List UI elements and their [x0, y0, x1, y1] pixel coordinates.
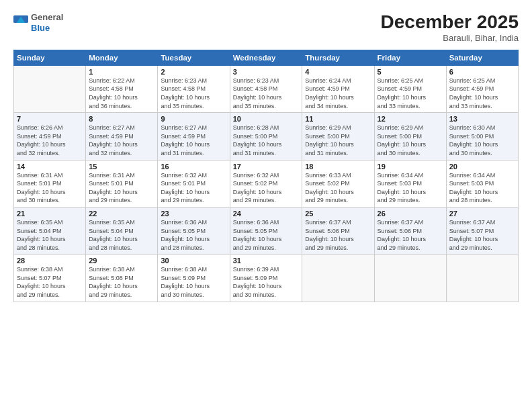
day-info: Sunrise: 6:37 AMSunset: 5:06 PMDaylight:… — [378, 218, 443, 252]
day-number: 7 — [17, 115, 83, 123]
day-info: Sunrise: 6:34 AMSunset: 5:03 PMDaylight:… — [378, 171, 443, 205]
col-monday: Monday — [86, 50, 158, 65]
day-number: 25 — [305, 210, 371, 218]
table-row: 21Sunrise: 6:35 AMSunset: 5:04 PMDayligh… — [14, 207, 86, 254]
day-number: 5 — [378, 68, 443, 76]
day-number: 4 — [305, 68, 371, 76]
day-number: 3 — [233, 68, 300, 76]
table-row: 11Sunrise: 6:29 AMSunset: 5:00 PMDayligh… — [302, 113, 374, 160]
table-row: 18Sunrise: 6:33 AMSunset: 5:02 PMDayligh… — [302, 160, 374, 207]
logo-general-text: General — [31, 12, 63, 23]
calendar-week-row: 14Sunrise: 6:31 AMSunset: 5:01 PMDayligh… — [14, 160, 519, 207]
day-info: Sunrise: 6:27 AMSunset: 4:59 PMDaylight:… — [89, 124, 154, 157]
day-info: Sunrise: 6:25 AMSunset: 4:59 PMDaylight:… — [378, 77, 443, 110]
table-row: 4Sunrise: 6:24 AMSunset: 4:59 PMDaylight… — [302, 65, 374, 112]
header: General Blue December 2025 Barauli, Biha… — [13, 12, 519, 43]
day-info: Sunrise: 6:36 AMSunset: 5:05 PMDaylight:… — [161, 218, 226, 252]
day-number: 23 — [161, 210, 226, 218]
day-number: 6 — [449, 68, 515, 76]
day-number: 11 — [305, 115, 371, 123]
day-number: 13 — [449, 115, 515, 123]
calendar-week-row: 21Sunrise: 6:35 AMSunset: 5:04 PMDayligh… — [14, 207, 519, 254]
day-info: Sunrise: 6:39 AMSunset: 5:09 PMDaylight:… — [233, 265, 300, 299]
table-row: 23Sunrise: 6:36 AMSunset: 5:05 PMDayligh… — [158, 207, 230, 254]
table-row: 8Sunrise: 6:27 AMSunset: 4:59 PMDaylight… — [86, 113, 158, 160]
day-info: Sunrise: 6:36 AMSunset: 5:05 PMDaylight:… — [233, 218, 300, 252]
day-info: Sunrise: 6:38 AMSunset: 5:07 PMDaylight:… — [17, 265, 83, 299]
day-info: Sunrise: 6:38 AMSunset: 5:08 PMDaylight:… — [89, 265, 154, 299]
day-info: Sunrise: 6:27 AMSunset: 4:59 PMDaylight:… — [161, 124, 226, 157]
day-number: 27 — [449, 210, 515, 218]
day-info: Sunrise: 6:23 AMSunset: 4:58 PMDaylight:… — [161, 77, 226, 110]
day-info: Sunrise: 6:32 AMSunset: 5:02 PMDaylight:… — [233, 171, 300, 205]
table-row: 30Sunrise: 6:38 AMSunset: 5:09 PMDayligh… — [158, 255, 230, 302]
subtitle: Barauli, Bihar, India — [381, 33, 519, 43]
table-row: 20Sunrise: 6:34 AMSunset: 5:03 PMDayligh… — [446, 160, 518, 207]
day-number: 20 — [449, 163, 515, 171]
table-row: 27Sunrise: 6:37 AMSunset: 5:07 PMDayligh… — [446, 207, 518, 254]
logo-blue-text: Blue — [31, 23, 63, 34]
table-row — [374, 255, 446, 302]
table-row — [14, 65, 86, 112]
table-row: 10Sunrise: 6:28 AMSunset: 5:00 PMDayligh… — [230, 113, 302, 160]
month-title: December 2025 — [381, 12, 519, 33]
table-row: 12Sunrise: 6:29 AMSunset: 5:00 PMDayligh… — [374, 113, 446, 160]
day-info: Sunrise: 6:29 AMSunset: 5:00 PMDaylight:… — [378, 124, 443, 157]
day-info: Sunrise: 6:30 AMSunset: 5:00 PMDaylight:… — [449, 124, 515, 157]
table-row: 6Sunrise: 6:25 AMSunset: 4:59 PMDaylight… — [446, 65, 518, 112]
day-number: 10 — [233, 115, 300, 123]
table-row: 9Sunrise: 6:27 AMSunset: 4:59 PMDaylight… — [158, 113, 230, 160]
day-info: Sunrise: 6:29 AMSunset: 5:00 PMDaylight:… — [305, 124, 371, 157]
table-row: 31Sunrise: 6:39 AMSunset: 5:09 PMDayligh… — [230, 255, 302, 302]
table-row: 2Sunrise: 6:23 AMSunset: 4:58 PMDaylight… — [158, 65, 230, 112]
col-friday: Friday — [374, 50, 446, 65]
day-number: 28 — [17, 257, 83, 265]
svg-rect-1 — [13, 23, 28, 30]
table-row: 26Sunrise: 6:37 AMSunset: 5:06 PMDayligh… — [374, 207, 446, 254]
day-info: Sunrise: 6:25 AMSunset: 4:59 PMDaylight:… — [449, 77, 515, 110]
day-number: 22 — [89, 210, 154, 218]
day-info: Sunrise: 6:34 AMSunset: 5:03 PMDaylight:… — [449, 171, 515, 205]
day-info: Sunrise: 6:31 AMSunset: 5:01 PMDaylight:… — [89, 171, 154, 205]
day-info: Sunrise: 6:37 AMSunset: 5:06 PMDaylight:… — [305, 218, 371, 252]
table-row: 16Sunrise: 6:32 AMSunset: 5:01 PMDayligh… — [158, 160, 230, 207]
day-number: 26 — [378, 210, 443, 218]
day-info: Sunrise: 6:33 AMSunset: 5:02 PMDaylight:… — [305, 171, 371, 205]
table-row: 17Sunrise: 6:32 AMSunset: 5:02 PMDayligh… — [230, 160, 302, 207]
day-info: Sunrise: 6:31 AMSunset: 5:01 PMDaylight:… — [17, 171, 83, 205]
calendar: Sunday Monday Tuesday Wednesday Thursday… — [13, 50, 519, 302]
day-info: Sunrise: 6:32 AMSunset: 5:01 PMDaylight:… — [161, 171, 226, 205]
day-number: 19 — [378, 163, 443, 171]
day-number: 17 — [233, 163, 300, 171]
col-thursday: Thursday — [302, 50, 374, 65]
day-number: 9 — [161, 115, 226, 123]
calendar-week-row: 1Sunrise: 6:22 AMSunset: 4:58 PMDaylight… — [14, 65, 519, 112]
table-row: 1Sunrise: 6:22 AMSunset: 4:58 PMDaylight… — [86, 65, 158, 112]
col-sunday: Sunday — [14, 50, 86, 65]
day-info: Sunrise: 6:28 AMSunset: 5:00 PMDaylight:… — [233, 124, 300, 157]
day-info: Sunrise: 6:26 AMSunset: 4:59 PMDaylight:… — [17, 124, 83, 157]
logo: General Blue — [13, 12, 63, 33]
title-area: December 2025 Barauli, Bihar, India — [381, 12, 519, 43]
day-info: Sunrise: 6:23 AMSunset: 4:58 PMDaylight:… — [233, 77, 300, 110]
day-info: Sunrise: 6:24 AMSunset: 4:59 PMDaylight:… — [305, 77, 371, 110]
day-number: 18 — [305, 163, 371, 171]
table-row: 14Sunrise: 6:31 AMSunset: 5:01 PMDayligh… — [14, 160, 86, 207]
day-number: 14 — [17, 163, 83, 171]
table-row: 5Sunrise: 6:25 AMSunset: 4:59 PMDaylight… — [374, 65, 446, 112]
day-info: Sunrise: 6:38 AMSunset: 5:09 PMDaylight:… — [161, 265, 226, 299]
day-number: 12 — [378, 115, 443, 123]
day-info: Sunrise: 6:35 AMSunset: 5:04 PMDaylight:… — [17, 218, 83, 252]
table-row — [302, 255, 374, 302]
day-number: 30 — [161, 257, 226, 265]
col-wednesday: Wednesday — [230, 50, 302, 65]
table-row: 29Sunrise: 6:38 AMSunset: 5:08 PMDayligh… — [86, 255, 158, 302]
calendar-header-row: Sunday Monday Tuesday Wednesday Thursday… — [14, 50, 519, 65]
logo-icon — [13, 15, 28, 30]
day-number: 21 — [17, 210, 83, 218]
table-row: 28Sunrise: 6:38 AMSunset: 5:07 PMDayligh… — [14, 255, 86, 302]
day-number: 29 — [89, 257, 154, 265]
table-row: 3Sunrise: 6:23 AMSunset: 4:58 PMDaylight… — [230, 65, 302, 112]
table-row: 22Sunrise: 6:35 AMSunset: 5:04 PMDayligh… — [86, 207, 158, 254]
calendar-week-row: 7Sunrise: 6:26 AMSunset: 4:59 PMDaylight… — [14, 113, 519, 160]
